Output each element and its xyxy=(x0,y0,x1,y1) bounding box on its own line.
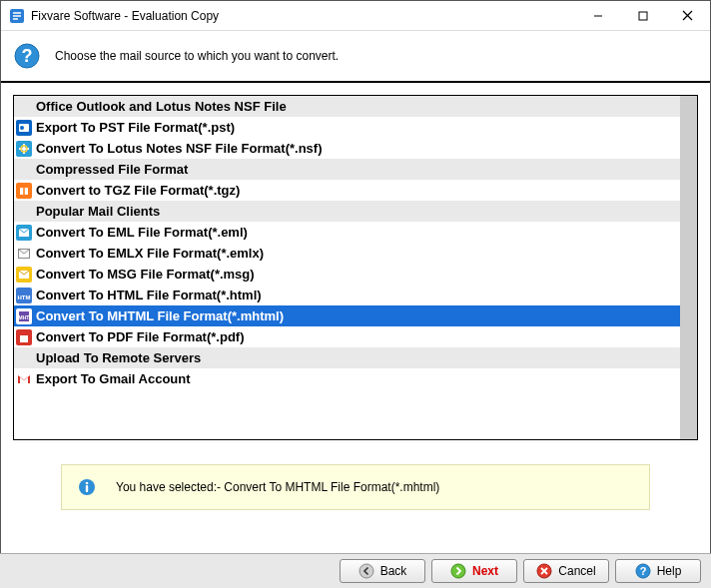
pdf-icon xyxy=(16,329,32,345)
svg-text:HTM: HTM xyxy=(18,294,31,300)
list-item-label: Convert To EMLX File Format(*.emlx) xyxy=(36,246,264,261)
list-category: Office Outlook and Lotus Notes NSF File xyxy=(14,96,680,117)
close-button[interactable] xyxy=(665,1,710,31)
svg-text:?: ? xyxy=(22,46,33,66)
back-button[interactable]: Back xyxy=(340,559,425,583)
list-category: Upload To Remote Servers xyxy=(14,347,680,368)
help-button[interactable]: ? Help xyxy=(615,559,701,583)
svg-rect-31 xyxy=(86,485,88,492)
back-button-label: Back xyxy=(380,564,407,578)
question-icon: ? xyxy=(13,42,41,70)
svg-point-9 xyxy=(20,126,24,130)
outlook-icon xyxy=(16,120,32,136)
nsf-icon xyxy=(16,141,32,157)
header: ? Choose the mail source to which you wa… xyxy=(1,31,710,83)
svg-point-33 xyxy=(451,564,465,578)
list-item-label: Export To Gmail Account xyxy=(36,371,191,386)
titlebar: Fixvare Software - Evaluation Copy xyxy=(1,1,710,31)
list-item-label: Upload To Remote Servers xyxy=(36,350,201,365)
list-option[interactable]: Export To Gmail Account xyxy=(14,368,680,389)
cancel-button-label: Cancel xyxy=(558,564,595,578)
selection-info-text: You have selected:- Convert To MHTML Fil… xyxy=(116,480,439,494)
app-icon xyxy=(9,8,25,24)
list-option[interactable]: Convert To MSG File Format(*.msg) xyxy=(14,264,680,285)
format-list: Office Outlook and Lotus Notes NSF FileE… xyxy=(13,95,698,440)
list-item-label: Convert To Lotus Notes NSF File Format(*… xyxy=(36,141,323,156)
maximize-button[interactable] xyxy=(620,1,665,31)
svg-rect-2 xyxy=(639,12,647,20)
header-prompt: Choose the mail source to which you want… xyxy=(55,49,339,63)
gmail-icon xyxy=(16,371,32,387)
list-item-label: Convert To HTML File Format(*.html) xyxy=(36,288,262,302)
next-button[interactable]: Next xyxy=(431,559,517,583)
list-option[interactable]: Convert To EML File Format(*.eml) xyxy=(14,222,680,243)
next-button-label: Next xyxy=(472,564,498,578)
emlx-icon xyxy=(16,246,32,262)
next-arrow-icon xyxy=(450,563,466,579)
list-option[interactable]: Convert to TGZ File Format(*.tgz) xyxy=(14,180,680,201)
svg-text:?: ? xyxy=(639,565,646,577)
list-option[interactable]: Export To PST File Format(*.pst) xyxy=(14,117,680,138)
selection-info-bar: You have selected:- Convert To MHTML Fil… xyxy=(61,464,650,510)
list-category: Compressed File Format xyxy=(14,159,680,180)
svg-text:MHT: MHT xyxy=(19,314,30,320)
list-option[interactable]: Convert To Lotus Notes NSF File Format(*… xyxy=(14,138,680,159)
html-icon: HTM xyxy=(16,288,32,303)
msg-icon xyxy=(16,267,32,283)
list-category: Popular Mail Clients xyxy=(14,201,680,222)
cancel-button[interactable]: Cancel xyxy=(523,559,609,583)
scrollbar-thumb[interactable] xyxy=(681,96,697,439)
help-icon: ? xyxy=(635,563,651,579)
cancel-icon xyxy=(536,563,552,579)
window-title: Fixvare Software - Evaluation Copy xyxy=(31,9,575,23)
footer: Back Next Cancel ? Help xyxy=(0,553,711,588)
minimize-button[interactable] xyxy=(575,1,620,31)
svg-rect-27 xyxy=(20,332,28,335)
back-arrow-icon xyxy=(358,563,374,579)
list-item-label: Convert To EML File Format(*.eml) xyxy=(36,225,248,240)
list-option[interactable]: HTMConvert To HTML File Format(*.html) xyxy=(14,285,680,305)
info-icon xyxy=(78,478,96,496)
list-item-label: Convert to TGZ File Format(*.tgz) xyxy=(36,183,240,198)
list-option[interactable]: Convert To PDF File Format(*.pdf) xyxy=(14,326,680,347)
list-item-label: Convert To MSG File Format(*.msg) xyxy=(36,267,255,282)
svg-point-30 xyxy=(86,482,89,485)
eml-icon xyxy=(16,225,32,241)
list-item-label: Popular Mail Clients xyxy=(36,204,160,219)
svg-point-32 xyxy=(359,564,373,578)
list-item-label: Convert To MHTML File Format(*.mhtml) xyxy=(36,308,284,323)
list-item-label: Convert To PDF File Format(*.pdf) xyxy=(36,329,244,344)
list-item-label: Export To PST File Format(*.pst) xyxy=(36,120,235,135)
scrollbar[interactable] xyxy=(680,96,697,439)
tgz-icon xyxy=(16,183,32,199)
list-option[interactable]: Convert To EMLX File Format(*.emlx) xyxy=(14,243,680,264)
help-button-label: Help xyxy=(657,564,682,578)
list-item-label: Office Outlook and Lotus Notes NSF File xyxy=(36,99,287,114)
body: Office Outlook and Lotus Notes NSF FileE… xyxy=(1,83,710,522)
list-item-label: Compressed File Format xyxy=(36,162,188,177)
list-option[interactable]: MHTConvert To MHTML File Format(*.mhtml) xyxy=(14,305,680,326)
mhtml-icon: MHT xyxy=(16,308,32,324)
